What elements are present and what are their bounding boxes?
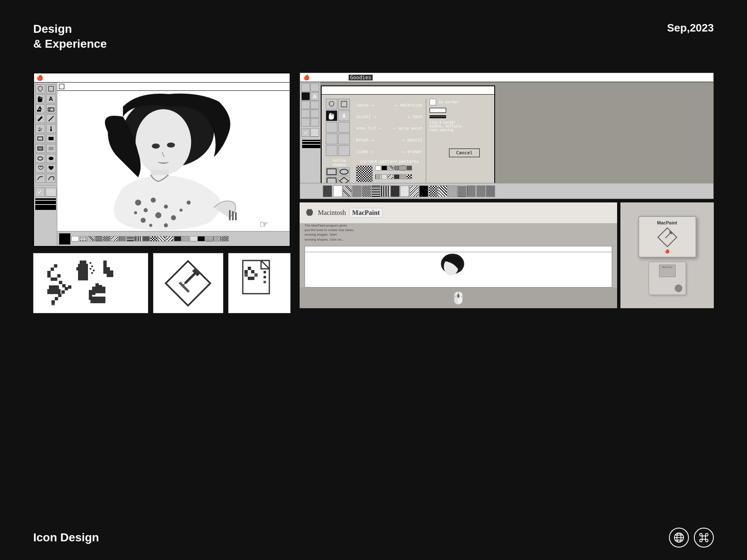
svg-rect-43: [47, 271, 51, 274]
svg-point-31: [171, 215, 176, 220]
page-title: Design & Experience: [33, 22, 107, 52]
rt-fill[interactable]: [301, 101, 310, 109]
svg-rect-45: [54, 264, 57, 268]
swatch-light[interactable]: [182, 236, 189, 241]
cmd-icon[interactable]: [694, 528, 714, 548]
oval-filled-tool[interactable]: [46, 154, 56, 163]
swatch-gray2[interactable]: [95, 236, 103, 241]
hollow-oval[interactable]: [338, 168, 350, 176]
svg-point-6: [39, 128, 39, 129]
check-tool[interactable]: ✓: [35, 187, 45, 197]
curve-tool[interactable]: [35, 174, 45, 183]
svg-point-27: [151, 197, 156, 202]
rt-text[interactable]: A: [310, 92, 319, 100]
dialog-fill-icon[interactable]: [326, 122, 337, 133]
rt-brush[interactable]: [301, 110, 310, 118]
rt-pencil[interactable]: [310, 110, 319, 118]
text-tool[interactable]: A: [46, 94, 56, 103]
mac-titlebar: Woodcut: [57, 83, 290, 91]
svg-rect-14: [49, 137, 54, 140]
mac-canvas[interactable]: ☞: [57, 91, 290, 231]
globe-icon[interactable]: [669, 528, 689, 548]
patterns-grid: [375, 166, 412, 182]
swatch-check[interactable]: [103, 236, 110, 241]
lasso-tool[interactable]: [35, 84, 45, 93]
current-pattern[interactable]: [59, 233, 71, 245]
heart-filled-tool[interactable]: [46, 164, 56, 173]
rt-dotted[interactable]: [310, 129, 319, 137]
swatch-diag2[interactable]: [166, 236, 173, 241]
rt-spray[interactable]: [310, 101, 319, 109]
swatch-thin-h[interactable]: [205, 236, 213, 241]
swatch-dots2[interactable]: [190, 236, 197, 241]
eraser-tool[interactable]: [46, 104, 56, 113]
fontsize-menu[interactable]: FontSize: [130, 75, 156, 81]
brush-tool[interactable]: [46, 124, 56, 133]
oval-hollow-tool[interactable]: [35, 154, 45, 163]
goodies-menu[interactable]: Goodies: [84, 75, 107, 81]
swatch-diag[interactable]: [158, 236, 166, 241]
dialog-select-icon[interactable]: [338, 99, 350, 110]
hand-tool[interactable]: [35, 94, 45, 103]
svg-rect-97: [254, 273, 258, 277]
apple-menu[interactable]: 🍎: [37, 75, 43, 81]
current-pat-display[interactable]: [356, 166, 373, 182]
dialog-hand-icon[interactable]: [326, 110, 337, 121]
rect-pattern-tool[interactable]: [46, 144, 56, 153]
rt-hand[interactable]: [301, 92, 310, 100]
dialog-line-icon[interactable]: [326, 145, 337, 156]
swatch-dots1[interactable]: [79, 236, 87, 241]
rt-eraser[interactable]: [310, 118, 319, 127]
swatch-darker[interactable]: [174, 236, 181, 241]
polygon-tool[interactable]: [46, 174, 56, 183]
swatch-black[interactable]: [198, 236, 205, 241]
select-tool[interactable]: [46, 84, 56, 93]
dialog-text-icon[interactable]: A: [338, 110, 350, 121]
rps-current[interactable]: [323, 185, 332, 197]
rt-lines[interactable]: [301, 118, 310, 127]
hollow-rect[interactable]: [326, 168, 337, 176]
swatch-white[interactable]: [71, 236, 79, 241]
swatch-stripe[interactable]: [111, 236, 118, 241]
svg-rect-10: [38, 130, 40, 131]
hand-mouse-icon: 🖱️: [451, 291, 466, 305]
rt-select[interactable]: [310, 83, 319, 92]
svg-rect-57: [90, 262, 91, 264]
floppy-hub: [675, 285, 682, 292]
swatch-gray1[interactable]: [87, 236, 95, 241]
swatch-dark[interactable]: [142, 236, 150, 241]
swatch-fine-check[interactable]: [221, 236, 229, 241]
dialog-pencil-icon[interactable]: [338, 134, 350, 144]
dialog-brush-icon[interactable]: [326, 134, 337, 144]
svg-point-19: [49, 157, 54, 160]
dialog-spray-icon[interactable]: [338, 122, 350, 133]
style-menu[interactable]: Style: [161, 75, 177, 81]
line-tool[interactable]: [46, 114, 56, 123]
rt-lasso[interactable]: [301, 83, 310, 92]
close-box[interactable]: [59, 84, 64, 89]
rect-gray-tool[interactable]: [35, 144, 45, 153]
box-contents: MacPaint 🍎: [620, 202, 714, 308]
rect-filled-tool[interactable]: [46, 134, 56, 143]
dialog-eraser-icon[interactable]: [338, 145, 350, 156]
rect-hollow-tool[interactable]: [35, 134, 45, 143]
svg-rect-101: [341, 101, 347, 107]
pencil-tool[interactable]: [35, 114, 45, 123]
font-menu[interactable]: Font: [112, 75, 124, 81]
swatch-gray3[interactable]: [119, 236, 126, 241]
bucket-tool[interactable]: [35, 104, 45, 113]
dialog-lasso-icon[interactable]: [326, 99, 337, 110]
swatch-thin-v[interactable]: [213, 236, 221, 241]
swatch-check2[interactable]: [150, 236, 158, 241]
macpaint-label: MacPaint: [349, 208, 383, 218]
svg-rect-83: [89, 297, 105, 300]
heart-hollow-tool[interactable]: [35, 164, 45, 173]
spray-tool[interactable]: [35, 124, 45, 133]
swatch-h1[interactable]: [127, 236, 134, 241]
rt-check[interactable]: ✓: [301, 129, 310, 137]
svg-rect-110: [658, 228, 676, 246]
cancel-button[interactable]: Cancel: [449, 149, 480, 157]
swatch-v1[interactable]: [134, 236, 142, 241]
edit-menu[interactable]: Edit: [66, 75, 79, 81]
file-menu[interactable]: File: [48, 75, 61, 81]
